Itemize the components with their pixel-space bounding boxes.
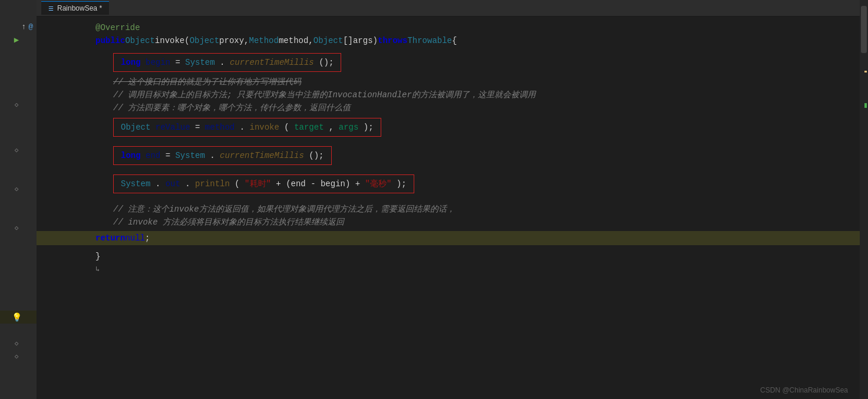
- tab-label: RainbowSea *: [57, 4, 102, 12]
- param-method: method,: [279, 34, 313, 47]
- eq2: =: [195, 123, 205, 132]
- editor-container: ↑ @ ▶ ◇ ◇ ◇ ◇ 💡: [0, 0, 868, 399]
- editor-body: ☰ RainbowSea * @Override public Object i…: [37, 0, 860, 399]
- box-begin-outline: long begin = System . currentTimeMillis …: [113, 53, 341, 72]
- type-object2: Object: [190, 34, 219, 47]
- kw-null: null: [125, 232, 145, 245]
- comment-5-text: // invoke 方法必须将目标对象的目标方法执行结果继续返回: [113, 216, 344, 229]
- tab-rainbowsea[interactable]: ☰ RainbowSea *: [41, 1, 109, 15]
- kw-return: return: [95, 232, 125, 245]
- method-invoke: invoke: [249, 123, 279, 132]
- box-end: long end = System . currentTimeMillis ()…: [113, 146, 332, 165]
- tab-file-icon: ☰: [48, 5, 54, 12]
- method-println: println: [195, 179, 230, 189]
- diamond-icon-4: ◇: [15, 224, 19, 232]
- comment-1-text: // 这个接口的目的就是为了让你有地方写增强代码: [113, 75, 301, 88]
- plus1: + (end - begin) +: [276, 179, 365, 189]
- box-revalue: Object reValue = method . invoke ( targe…: [113, 118, 381, 137]
- semicolon-return: ;: [145, 232, 150, 245]
- comma2: ,: [329, 123, 339, 132]
- type-object3: Object: [121, 123, 156, 132]
- method-name-invoke: invoke(: [155, 34, 190, 47]
- side-row-diamond3: ◇: [0, 182, 37, 195]
- code-line-comment4: // 注意：这个invoke方法的返回值，如果代理对象调用代理方法之后，需要返回…: [37, 203, 860, 216]
- code-line-comment2: // 调用目标对象上的目标方法; 只要代理对象当中注册的InvocationHa…: [37, 88, 860, 101]
- code-line-annotation: @Override: [37, 21, 860, 34]
- right-scrollbar[interactable]: [860, 0, 868, 399]
- eq1: =: [175, 58, 185, 67]
- str-ms: "毫秒": [365, 179, 392, 189]
- kw-long2: long: [121, 151, 146, 160]
- scrollbar-thumb[interactable]: [861, 6, 867, 53]
- annotation-text: @Override: [95, 21, 140, 34]
- code-area: @Override public Object invoke( Object p…: [37, 17, 860, 281]
- box-begin: long begin = System . currentTimeMillis …: [113, 53, 341, 72]
- var-method: method: [205, 123, 235, 132]
- diamond-icon-3: ◇: [15, 185, 19, 193]
- at-icon[interactable]: @: [28, 22, 33, 31]
- comment-4-text: // 注意：这个invoke方法的返回值，如果代理对象调用代理方法之后，需要返回…: [113, 203, 455, 216]
- side-row-diamond4: ◇: [0, 221, 37, 234]
- bulb-icon[interactable]: 💡: [12, 312, 22, 322]
- code-line-comment1: // 这个接口的目的就是为了让你有地方写增强代码: [37, 75, 860, 88]
- side-row-diamond2: ◇: [0, 143, 37, 156]
- diamond-icon-5: ◇: [15, 339, 19, 347]
- param-args2: args: [339, 123, 359, 132]
- var-revalue: reValue: [156, 123, 195, 132]
- type-method: Method: [249, 34, 279, 47]
- side-panel: ↑ @ ▶ ◇ ◇ ◇ ◇ 💡: [0, 0, 37, 399]
- class-system3: System: [121, 179, 150, 189]
- param-proxy: proxy,: [219, 34, 249, 47]
- var-begin: begin: [146, 58, 175, 67]
- parens2: ();: [309, 151, 324, 160]
- param-target: target: [294, 123, 324, 132]
- side-row-run: ▶: [0, 33, 37, 46]
- end-indicator: ↳: [95, 263, 100, 276]
- code-line-method-sig: public Object invoke( Object proxy, Meth…: [37, 34, 860, 47]
- code-line-close-brace: }: [37, 250, 860, 263]
- diamond-icon-2: ◇: [15, 146, 19, 154]
- side-row-diamond5: ◇: [0, 337, 37, 349]
- bracket-arr: []: [343, 34, 353, 47]
- type-object: Object: [125, 34, 154, 47]
- field-out: out: [166, 179, 180, 189]
- param-args: args): [353, 34, 378, 47]
- code-line-end: ↳: [37, 263, 860, 276]
- box-revalue-outline: Object reValue = method . invoke ( targe…: [113, 118, 381, 137]
- box-println-outline: System . out . println ( "耗时" + (end - b…: [113, 174, 414, 193]
- type-throwable: Throwable: [407, 34, 452, 47]
- side-row-diamond1: ◇: [0, 98, 37, 111]
- dot5: .: [185, 179, 190, 189]
- kw-throws: throws: [378, 34, 407, 47]
- var-end: end: [146, 151, 166, 160]
- class-system2: System: [175, 151, 204, 160]
- comment-3-text: // 方法四要素：哪个对象，哪个方法，传什么参数，返回什么值: [113, 101, 351, 114]
- method-ctm2: currentTimeMillis: [220, 151, 304, 160]
- up-arrow-icon[interactable]: ↑: [21, 22, 26, 31]
- println-close: );: [397, 179, 407, 189]
- side-row-diamond6: ◇: [0, 349, 37, 362]
- dot1: .: [220, 58, 225, 67]
- diamond-icon-1: ◇: [15, 101, 19, 108]
- println-open: (: [235, 179, 239, 189]
- run-arrow-icon[interactable]: ▶: [14, 35, 19, 45]
- side-row-nav: ↑ @: [0, 20, 37, 33]
- code-line-comment5: // invoke 方法必须将目标对象的目标方法执行结果继续返回: [37, 216, 860, 229]
- dot4: .: [156, 179, 160, 189]
- box-println: System . out . println ( "耗时" + (end - b…: [113, 174, 414, 193]
- kw-long1: long: [121, 58, 146, 67]
- dot3: .: [210, 151, 214, 160]
- invoke-open: (: [284, 123, 289, 132]
- tab-bar: ☰ RainbowSea *: [37, 0, 860, 17]
- invoke-close: );: [364, 123, 374, 132]
- code-line-return: return null ;: [37, 231, 860, 245]
- type-object-arr: Object: [313, 34, 343, 47]
- diamond-icon-6: ◇: [15, 352, 19, 360]
- side-row-bulb[interactable]: 💡: [0, 311, 37, 324]
- kw-public: public: [95, 34, 125, 47]
- class-system1: System: [185, 58, 214, 67]
- comment-2-text: // 调用目标对象上的目标方法; 只要代理对象当中注册的InvocationHa…: [113, 88, 536, 101]
- watermark: CSDN @ChinaRainbowSea: [760, 386, 848, 394]
- parens1: ();: [319, 58, 334, 67]
- open-brace: {: [452, 34, 457, 47]
